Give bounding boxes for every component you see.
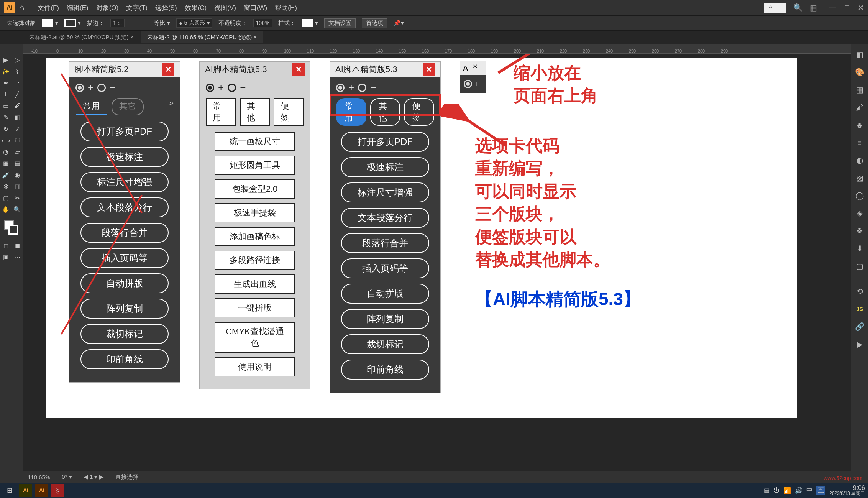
script-button[interactable]: 矩形圆角工具 bbox=[215, 156, 295, 175]
tray-icon[interactable]: 📶 bbox=[783, 487, 791, 494]
width-tool[interactable]: ⟷ bbox=[0, 135, 11, 146]
stroke-panel-icon[interactable]: ≡ bbox=[853, 136, 866, 149]
fill-swatch[interactable] bbox=[42, 19, 53, 27]
radio-on-icon[interactable] bbox=[206, 84, 214, 92]
links-panel-icon[interactable]: 🔗 bbox=[853, 320, 866, 333]
play-icon[interactable]: ▶ bbox=[853, 338, 866, 350]
script-button[interactable]: 自动拼版 bbox=[341, 284, 429, 304]
stroke-swatch[interactable] bbox=[64, 19, 76, 27]
zoom-tool[interactable]: 🔍 bbox=[12, 204, 23, 215]
blend-tool[interactable]: ◉ bbox=[12, 169, 23, 180]
brushes-panel-icon[interactable]: 🖌 bbox=[853, 101, 866, 113]
doc-tab-2[interactable]: 未标题-2 @ 110.65 % (CMYK/CPU 预览) × bbox=[141, 31, 263, 43]
tray-icon[interactable]: 五 bbox=[816, 486, 825, 495]
shape-builder-tool[interactable]: ◔ bbox=[0, 146, 11, 157]
transparency-panel-icon[interactable]: ▨ bbox=[853, 172, 866, 184]
uniform-dropdown[interactable]: 等比 ▾ bbox=[137, 20, 170, 27]
symbol-sprayer-tool[interactable]: ✻ bbox=[0, 181, 11, 192]
script-button[interactable]: 多段路径连接 bbox=[215, 251, 295, 270]
script-button[interactable]: 裁切标记 bbox=[80, 324, 169, 344]
script-button[interactable]: 极速标注 bbox=[341, 157, 429, 177]
eraser-tool[interactable]: ◧ bbox=[12, 112, 23, 123]
shaper-tool[interactable]: ✎ bbox=[0, 112, 11, 123]
script-button[interactable]: 标注尺寸增强 bbox=[341, 182, 429, 202]
script-button[interactable]: 统一画板尺寸 bbox=[215, 132, 295, 151]
script-button[interactable]: 生成出血线 bbox=[215, 274, 295, 294]
script-button[interactable]: 文本段落分行 bbox=[80, 197, 169, 217]
minimize-icon[interactable]: — bbox=[829, 3, 836, 12]
gradient-tool[interactable]: ▤ bbox=[12, 158, 23, 169]
close-icon[interactable]: ✕ bbox=[858, 3, 864, 12]
draw-mode-normal[interactable]: ◻ bbox=[0, 240, 11, 251]
radio-off-icon[interactable] bbox=[97, 84, 106, 92]
mini-close-button[interactable]: ✕ bbox=[473, 63, 483, 74]
arrange-icon[interactable]: ▦ bbox=[810, 3, 817, 12]
curvature-tool[interactable]: 〰 bbox=[12, 77, 23, 88]
asset-export-panel-icon[interactable]: ⬇ bbox=[853, 242, 866, 255]
panel53light-close-button[interactable]: ✕ bbox=[292, 63, 305, 76]
magic-wand-tool[interactable]: ✨ bbox=[0, 66, 11, 77]
libraries-panel-icon[interactable]: ⟲ bbox=[853, 285, 866, 297]
menu-file[interactable]: 文件(F) bbox=[38, 3, 59, 12]
start-button[interactable]: ⊞ bbox=[3, 484, 16, 497]
paintbrush-tool[interactable]: 🖌 bbox=[12, 100, 23, 111]
layers-panel-icon[interactable]: ❖ bbox=[853, 225, 866, 237]
script-button[interactable]: 插入页码等 bbox=[80, 248, 169, 268]
script-button[interactable]: 极速手提袋 bbox=[215, 203, 295, 222]
rotate-indicator[interactable]: 0° ▾ bbox=[62, 473, 72, 480]
js-panel-icon[interactable]: JS bbox=[853, 303, 866, 315]
radio-off-icon[interactable] bbox=[228, 84, 236, 92]
menu-view[interactable]: 视图(V) bbox=[214, 3, 236, 12]
taskbar-date[interactable]: 2023/8/13 星期日 bbox=[829, 491, 865, 496]
pen-tool[interactable]: ✒ bbox=[0, 77, 11, 88]
pin-icon[interactable]: 📌▾ bbox=[394, 20, 404, 26]
panel53light-tab-common[interactable]: 常用 bbox=[206, 98, 236, 126]
script-button[interactable]: 使用说明 bbox=[215, 357, 295, 376]
panel53light-tab-other[interactable]: 其他 bbox=[240, 98, 270, 126]
panel52-close-button[interactable]: ✕ bbox=[162, 63, 174, 76]
taskbar-app-3[interactable]: § bbox=[51, 484, 64, 497]
script-button[interactable]: 一键拼版 bbox=[215, 298, 295, 317]
rectangle-tool[interactable]: ▭ bbox=[0, 100, 11, 111]
opacity-field[interactable]: 100% bbox=[253, 19, 272, 27]
menu-select[interactable]: 选择(S) bbox=[155, 3, 177, 12]
perspective-tool[interactable]: ▱ bbox=[12, 146, 23, 157]
taskbar-time[interactable]: 9:06 bbox=[829, 485, 865, 491]
menu-edit[interactable]: 编辑(E) bbox=[67, 3, 89, 12]
menu-type[interactable]: 文字(T) bbox=[126, 3, 148, 12]
rotate-tool[interactable]: ↻ bbox=[0, 123, 11, 134]
radio-off-icon[interactable] bbox=[358, 84, 366, 92]
search-icon[interactable]: 🔍 bbox=[793, 3, 803, 12]
script-button[interactable]: 段落行合并 bbox=[341, 233, 429, 253]
style-swatch[interactable] bbox=[302, 19, 313, 27]
tray-ime-icon[interactable]: 中 bbox=[806, 486, 812, 495]
fill-stroke-indicator[interactable] bbox=[4, 220, 19, 235]
draw-mode-behind[interactable]: ◼ bbox=[12, 240, 23, 251]
artboard-nav[interactable]: ◀ 1 ▾ ▶ bbox=[84, 473, 104, 480]
prefs-button[interactable]: 首选项 bbox=[362, 18, 387, 28]
doc-tab-1[interactable]: 未标题-2.ai @ 50 % (CMYK/CPU 预览) × bbox=[23, 31, 139, 43]
appearance-panel-icon[interactable]: ◯ bbox=[853, 189, 866, 202]
script-button[interactable]: 阵列复制 bbox=[80, 299, 169, 319]
script-button[interactable]: 打开多页PDF bbox=[341, 132, 429, 152]
color-panel-icon[interactable]: 🎨 bbox=[853, 66, 866, 78]
script-button[interactable]: CMYK查找潘通色 bbox=[215, 322, 295, 353]
script-button[interactable]: 添加画稿色标 bbox=[215, 227, 295, 246]
mesh-tool[interactable]: ▦ bbox=[0, 158, 11, 169]
document-canvas[interactable]: 脚本精简版5.2 ✕ +− 常用 其它 » 打开多页PDF极速标注标注尺寸增强文… bbox=[23, 54, 851, 471]
script-button[interactable]: 极速标注 bbox=[80, 147, 169, 167]
script-button[interactable]: 文本段落分行 bbox=[341, 208, 429, 228]
graphic-styles-panel-icon[interactable]: ◈ bbox=[853, 207, 866, 219]
top-search-box[interactable]: A.. bbox=[764, 3, 786, 13]
brush-profile[interactable]: ● 5 点圆形 ▾ bbox=[176, 18, 212, 28]
swatches-panel-icon[interactable]: ▦ bbox=[853, 84, 866, 96]
maximize-icon[interactable]: □ bbox=[845, 3, 849, 12]
lasso-tool[interactable]: ⌇ bbox=[12, 66, 23, 77]
type-tool[interactable]: T bbox=[0, 89, 11, 100]
doc-setup-button[interactable]: 文档设置 bbox=[324, 18, 356, 28]
artboard-tool[interactable]: ▢ bbox=[0, 192, 11, 203]
menu-effect[interactable]: 效果(C) bbox=[185, 3, 207, 12]
edit-toolbar[interactable]: ⋯ bbox=[12, 251, 23, 262]
script-button[interactable]: 阵列复制 bbox=[341, 309, 429, 329]
slice-tool[interactable]: ✂ bbox=[12, 192, 23, 203]
